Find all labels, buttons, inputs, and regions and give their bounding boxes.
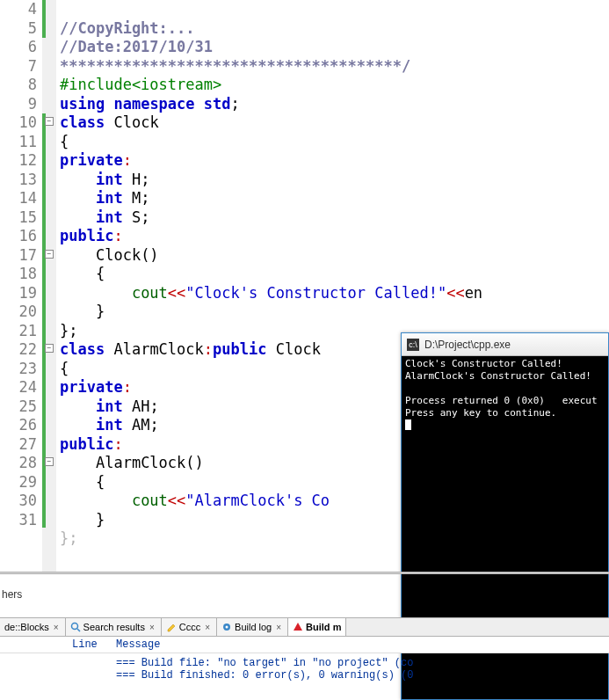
fold-marker-icon[interactable]: − [45,344,54,353]
pencil-icon [166,622,177,632]
console-output: Clock's Constructor Called! AlarmClock's… [402,356,608,435]
svg-point-3 [226,626,228,629]
line-number-gutter: 4567891011121314151617181920212223242526… [0,0,42,572]
log-header: Line Message [0,637,609,653]
log-row[interactable]: === Build finished: 0 error(s), 0 warnin… [0,669,413,682]
tab-search-results[interactable]: Search results × [66,618,162,636]
tab-codeblocks[interactable]: de::Blocks × [0,618,66,636]
close-icon[interactable]: × [52,623,61,632]
close-icon[interactable]: × [274,623,283,632]
col-line[interactable]: Line [72,638,116,651]
svg-point-0 [71,623,77,630]
bottom-tabs: de::Blocks × Search results × Cccc × Bui… [0,617,609,637]
col-message[interactable]: Message [116,638,160,651]
fold-marker-icon[interactable]: − [45,117,54,126]
fold-marker-icon[interactable]: − [45,457,54,466]
cursor-icon [405,419,411,430]
console-title-text: D:\Project\cpp.exe [424,339,511,351]
code-preprocessor: #include<iostream> [60,76,221,93]
warning-icon [293,622,303,632]
console-titlebar[interactable]: c:\ D:\Project\cpp.exe [402,333,608,356]
panel-splitter[interactable] [0,572,609,574]
gear-icon [221,622,232,632]
tab-build-messages[interactable]: Build m [288,618,346,636]
close-icon[interactable]: × [148,623,156,632]
terminal-icon: c:\ [407,339,419,351]
magnifier-icon [70,622,81,632]
code-comment: //CopyRight:... [60,19,195,37]
log-row[interactable]: === Build file: "no target" in "no proje… [0,657,413,669]
fold-marker-icon[interactable]: − [45,250,54,259]
code-comment: **************************************/ [60,57,410,75]
svg-line-1 [77,629,80,631]
tab-cccc[interactable]: Cccc × [162,618,217,636]
tab-build-log[interactable]: Build log × [217,618,288,636]
close-icon[interactable]: × [203,623,212,632]
build-messages: Line Message === Build file: "no target"… [0,637,609,685]
fold-gutter: − − − − [42,0,56,572]
panel-label: hers [0,588,22,601]
code-comment: //Date:2017/10/31 [60,38,213,55]
